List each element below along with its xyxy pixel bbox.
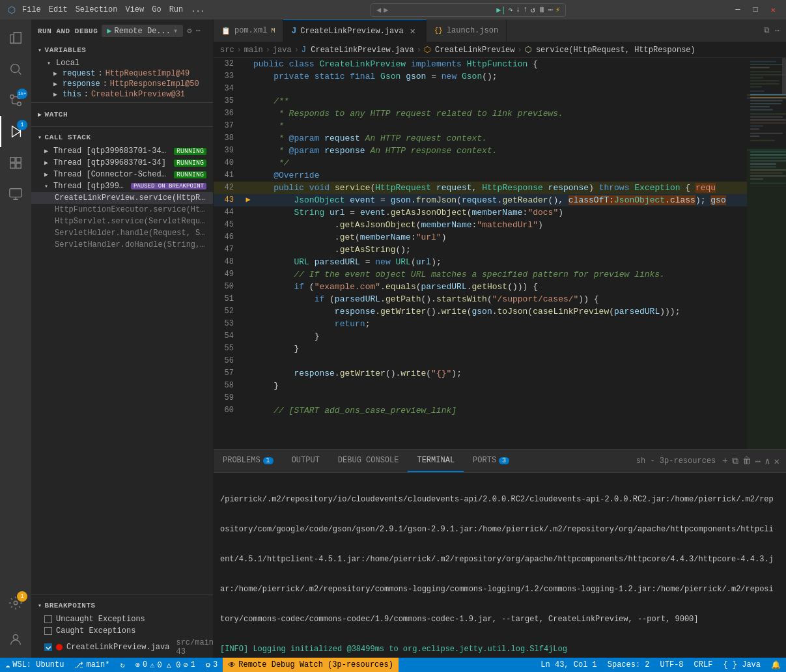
run-settings-icon[interactable]: ⚙ (187, 26, 191, 36)
bc-src[interactable]: src (220, 46, 234, 55)
debug-restart-icon[interactable]: ↺ (530, 5, 535, 15)
menu-edit[interactable]: Edit (49, 5, 68, 14)
terminal-split-btn[interactable]: ⧉ (732, 456, 738, 466)
local-header-item[interactable]: ▾ Local (38, 58, 213, 68)
titlebar-center: ◀ ▶ ▶| ↷ ↓ ↑ ↺ ⏸ ⋯ ⚡ (210, 3, 726, 17)
thread-4-name: Thread [qtp39968... (53, 182, 127, 191)
thread-2[interactable]: ▶ Thread [qtp399683701-34] RUNNING (31, 157, 213, 169)
activity-explorer[interactable] (0, 22, 31, 53)
activity-account[interactable] (0, 624, 31, 655)
tab-pom-xml[interactable]: 📋 pom.xml M (214, 20, 283, 42)
bp-file-checkbox[interactable] (44, 643, 52, 651)
bp-uncaught-checkbox[interactable] (44, 615, 52, 623)
split-editor-btn[interactable]: ⧉ (763, 25, 771, 36)
bp-caught-checkbox[interactable] (44, 627, 52, 635)
panel-tab-debug-console[interactable]: DEBUG CONSOLE (329, 450, 408, 472)
frame-5[interactable]: ServletHandler.doHandle(String,Reque... (31, 239, 213, 251)
tab-java-close[interactable]: ✕ (408, 26, 418, 36)
activity-source-control[interactable]: 1k+ (0, 85, 31, 116)
debug-step-into-icon[interactable]: ↓ (516, 5, 520, 14)
frame-3[interactable]: HttpServlet.service(ServletRequest,S... (31, 216, 213, 227)
var-request[interactable]: ▶ request : HttpRequestImpl@49 (38, 68, 213, 79)
panel-debug-console-label: DEBUG CONSOLE (338, 456, 399, 465)
status-eol[interactable]: CRLF (689, 658, 718, 672)
activity-settings[interactable]: 1 (0, 587, 31, 619)
activity-run-debug[interactable]: 1 (0, 116, 31, 147)
debug-step-out-icon[interactable]: ↑ (523, 5, 527, 14)
frame-5-name: ServletHandler.doHandle(String,Reque... (55, 240, 206, 249)
code-line-43: 43 ▶ JsonObject event = gson.fromJson(re… (214, 194, 747, 206)
status-ln-col[interactable]: Ln 43, Col 1 (535, 658, 602, 672)
status-errors[interactable]: ⊗ 0 ⚠ 0 △ 0 ⊘ 1 (130, 658, 201, 672)
minimize-button[interactable]: ─ (731, 4, 744, 16)
debug-nav-back[interactable]: ◀ (376, 5, 381, 15)
thread-4[interactable]: ▾ Thread [qtp39968... PAUSED ON BREAKPOI… (31, 180, 213, 192)
bc-method[interactable]: ⬡ service(HttpRequest, HttpResponse) (525, 45, 695, 55)
debug-stop-icon[interactable]: ⏸ (538, 5, 546, 15)
status-spaces[interactable]: Spaces: 2 (602, 658, 655, 672)
panel-content[interactable]: /pierrick/.m2/repository/io/cloudevents/… (214, 473, 786, 658)
panel-tab-output[interactable]: OUTPUT (283, 450, 329, 472)
thread-3[interactable]: ▶ Thread [Connector-Scheduler-... RUNNIN… (31, 169, 213, 180)
menu-run[interactable]: Run (169, 5, 184, 14)
activity-remote-explorer[interactable] (0, 178, 31, 210)
frame-1[interactable]: CreateLinkPreview.service(HttpReque... (31, 192, 213, 204)
panel-tab-terminal[interactable]: TERMINAL (408, 450, 464, 472)
panel-close-btn[interactable]: ✕ (774, 456, 779, 467)
menu-file[interactable]: File (22, 5, 41, 14)
minimap (747, 58, 786, 449)
frame-2[interactable]: HttpFunctionExecutor.service(HttpSer... (31, 204, 213, 216)
menu-more[interactable]: ... (191, 5, 205, 14)
status-branch[interactable]: ⎇ main* (69, 658, 115, 672)
run-config[interactable]: ▶ Remote De... ▾ (102, 25, 183, 37)
status-notifications[interactable]: 🔔 (766, 658, 786, 672)
status-wsl[interactable]: ☁ WSL: Ubuntu (0, 658, 69, 672)
var-response[interactable]: ▶ response : HttpResponseImpl@50 (38, 79, 213, 89)
debug-step-over-icon[interactable]: ↷ (509, 5, 513, 15)
debug-lightning-icon[interactable]: ⚡ (555, 5, 560, 15)
var-this[interactable]: ▶ this : CreateLinkPreview@31 (38, 89, 213, 100)
variables-header[interactable]: ▾ VARIABLES (31, 42, 213, 58)
code-scroll[interactable]: 32 public class CreateLinkPreview implem… (214, 58, 747, 449)
menu-go[interactable]: Go (152, 5, 161, 14)
debug-nav-forward[interactable]: ▶ (384, 5, 388, 15)
panel-tab-problems[interactable]: PROBLEMS 1 (214, 450, 283, 472)
thread-1[interactable]: ▶ Thread [qtp399683701-34-acce... RUNNIN… (31, 145, 213, 157)
watch-header[interactable]: ▶ WATCH (31, 107, 213, 122)
bp-file[interactable]: CreateLinkPreview.java src/main/java 43 (31, 637, 213, 658)
activity-search[interactable] (0, 53, 31, 85)
breakpoints-header[interactable]: ▾ BREAKPOINTS (31, 598, 213, 613)
tab-create-link-preview[interactable]: J CreateLinkPreview.java ✕ (283, 20, 426, 42)
bc-java[interactable]: java (273, 46, 292, 55)
status-watch[interactable]: ⚙ 3 (201, 658, 223, 672)
callstack-header[interactable]: ▾ CALL STACK (31, 130, 213, 145)
bc-main[interactable]: main (244, 46, 263, 55)
terminal-trash-btn[interactable]: 🗑 (742, 456, 751, 466)
activity-extensions[interactable] (0, 147, 31, 178)
debug-continue-icon[interactable]: ▶| (496, 5, 505, 15)
status-debug-watch[interactable]: 👁 Remote Debug Watch (3p-resources) (223, 658, 399, 672)
tab-launch-json[interactable]: {} launch.json (427, 20, 507, 42)
terminal-more-btn[interactable]: ⋯ (755, 456, 761, 467)
menu-selection[interactable]: Selection (76, 5, 118, 14)
run-more-icon[interactable]: ⋯ (195, 26, 200, 36)
svg-rect-51 (750, 173, 783, 174)
status-encoding[interactable]: UTF-8 (655, 658, 689, 672)
wsl-icon: ☁ (5, 660, 10, 670)
bp-uncaught[interactable]: Uncaught Exceptions (31, 613, 213, 625)
thread-1-name: Thread [qtp399683701-34-acce... (53, 147, 170, 156)
debug-more-icon[interactable]: ⋯ (548, 5, 553, 15)
status-sync[interactable]: ↻ (115, 658, 130, 672)
menu-view[interactable]: View (125, 5, 144, 14)
frame-4[interactable]: ServletHolder.handle(Request, Servlet... (31, 227, 213, 239)
maximize-button[interactable]: □ (750, 4, 762, 16)
bp-caught[interactable]: Caught Exceptions (31, 625, 213, 637)
panel-tab-ports[interactable]: PORTS 3 (464, 450, 518, 472)
status-language[interactable]: { } Java (718, 658, 766, 672)
bc-file[interactable]: J CreateLinkPreview.java (302, 46, 414, 55)
close-button[interactable]: ✕ (767, 4, 779, 16)
terminal-new-btn[interactable]: + (722, 456, 727, 466)
bc-class[interactable]: ⬡ CreateLinkPreview (424, 45, 515, 55)
panel-collapse-btn[interactable]: ∧ (765, 456, 770, 467)
more-tabs-btn[interactable]: ⋯ (774, 25, 781, 37)
